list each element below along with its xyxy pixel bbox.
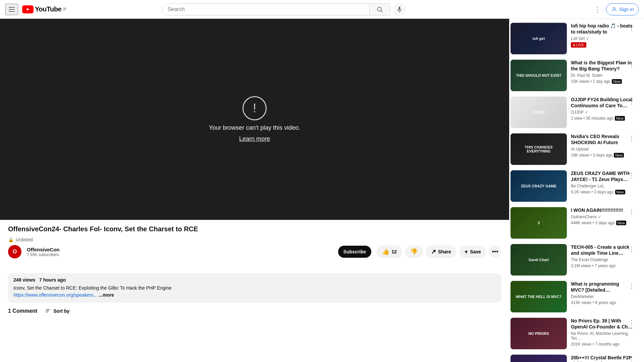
channel-avatar: O bbox=[8, 245, 21, 258]
action-buttons: 👍 12 👎 ↗ Share + Save ••• bbox=[377, 245, 501, 258]
sidebar-video-bigbang[interactable]: THIS SHOULD NOT EXIST What is the Bigges… bbox=[509, 58, 636, 93]
sidebar-channel-name-nvidia: AI Upload bbox=[571, 147, 633, 152]
sidebar-video-info-crystal: 20b++!!! Crystal Beetle F2P viable teams… bbox=[570, 355, 635, 362]
error-message: Your browser can't play this video. bbox=[209, 124, 300, 131]
sidebar-videos: lofi girl lofi hip hop radio 🎵 - beats t… bbox=[509, 19, 644, 362]
comments-section: 1 Comment Sort by bbox=[0, 308, 509, 327]
mic-icon bbox=[396, 6, 403, 13]
learn-more-link[interactable]: Learn more bbox=[239, 135, 270, 142]
channel-info: OffensiveCon 7.55K subscribers bbox=[27, 247, 333, 257]
search-bar bbox=[162, 3, 390, 15]
sidebar-video-ojjdp[interactable]: OJJDP OJJDP FY24 Building Local Continuu… bbox=[509, 95, 636, 129]
mic-button[interactable] bbox=[393, 3, 406, 16]
sidebar-more-button-nvidia[interactable]: ⋮ bbox=[627, 133, 636, 143]
sidebar-video-title-nvidia: Nvidia's CEO Reveals SHOCKING AI Future bbox=[571, 133, 633, 145]
description-text: Iconv, Set the Charset to RCE: Exploitin… bbox=[13, 285, 496, 299]
sidebar-video-chess[interactable]: 3 I WON AGAIN!!!!!!!!!!!!!! GothamChess … bbox=[509, 206, 636, 240]
sidebar-thumb-zeus: ZEUS CRAZY GAME bbox=[511, 170, 567, 202]
header-right: ⋮ Sign in bbox=[591, 3, 639, 16]
youtube-logo-icon bbox=[22, 5, 34, 13]
sidebar-more-button-bigbang[interactable]: ⋮ bbox=[627, 60, 636, 70]
sidebar-video-mvc[interactable]: WHAT THE HELL IS MVC? What is programmin… bbox=[509, 280, 636, 314]
sidebar-meta-excel: 3.1M views • 7 years ago bbox=[571, 263, 616, 268]
sidebar-more-button-chess[interactable]: ⋮ bbox=[627, 207, 636, 217]
thumbs-down-icon: 👎 bbox=[410, 248, 418, 255]
sidebar-more-button-crystal[interactable]: ⋮ bbox=[627, 355, 636, 362]
more-actions-button[interactable]: ••• bbox=[489, 246, 501, 258]
new-badge-ojjdp: New bbox=[615, 116, 625, 121]
sidebar-video-info-chess: I WON AGAIN!!!!!!!!!!!!!! GothamChess ✓ … bbox=[570, 207, 635, 239]
sidebar-channel-name-excel: The Excel Challenge bbox=[571, 257, 633, 262]
video-title: OffensiveCon24- Charles Fol- Iconv, Set … bbox=[8, 225, 501, 233]
dislike-button[interactable]: 👎 bbox=[405, 245, 423, 258]
sidebar-channel-name-zeus: Be Challenger LoL bbox=[571, 184, 633, 188]
sidebar-more-button-zeus[interactable]: ⋮ bbox=[627, 170, 636, 180]
sidebar-video-title-chess: I WON AGAIN!!!!!!!!!!!!!! bbox=[571, 207, 633, 213]
sidebar-video-title-nopriors: No Priors Ep. 39 | With OpenAI Co-Founde… bbox=[571, 318, 633, 330]
svg-point-6 bbox=[613, 7, 615, 9]
sidebar-video-title-bigbang: What is the Biggest Flaw in the Big Bang… bbox=[571, 60, 633, 72]
sidebar-more-button-ojjdp[interactable]: ⋮ bbox=[627, 97, 636, 107]
comments-header: 1 Comment Sort by bbox=[8, 308, 501, 314]
sidebar-video-info-bigbang: What is the Biggest Flaw in the Big Bang… bbox=[570, 60, 635, 91]
header: YouTube JP ⋮ bbox=[0, 0, 644, 19]
sidebar-video-zeus[interactable]: ZEUS CRAZY GAME ZEUS CRAZY GAME WITH JAY… bbox=[509, 169, 636, 203]
video-error-state: ! Your browser can't play this video. Le… bbox=[209, 96, 300, 142]
verified-icon-chess: ✓ bbox=[598, 215, 601, 219]
description-more[interactable]: ...more bbox=[99, 292, 114, 298]
sidebar-video-excel[interactable]: Gantt Chart TECH-005 - Create a quick an… bbox=[509, 243, 636, 277]
share-icon: ↗ bbox=[431, 248, 436, 255]
share-button[interactable]: ↗ Share bbox=[426, 245, 457, 258]
sidebar-more-button-nopriors[interactable]: ⋮ bbox=[627, 318, 636, 328]
sidebar-thumb-lofi: lofi girl bbox=[511, 23, 567, 54]
more-options-button[interactable]: ⋮ bbox=[591, 3, 603, 16]
video-info: OffensiveCon24- Charles Fol- Iconv, Set … bbox=[0, 220, 509, 268]
sidebar-video-info-mvc: What is programming MVC? [Detailed Expla… bbox=[570, 281, 635, 312]
sidebar-more-button-mvc[interactable]: ⋮ bbox=[627, 281, 636, 291]
video-description[interactable]: 249 views 7 hours ago Iconv, Set the Cha… bbox=[8, 273, 501, 303]
svg-rect-4 bbox=[398, 6, 400, 10]
like-button[interactable]: 👍 12 bbox=[377, 245, 402, 258]
sidebar-video-crystal[interactable]: Crystal Beetle 20b++!!! Crystal Beetle F… bbox=[509, 353, 636, 362]
sidebar-video-title-lofi: lofi hip hop radio 🎵 - beats to relax/st… bbox=[571, 23, 633, 35]
sidebar-thumb-nopriors: NO PRIORS bbox=[511, 318, 567, 349]
search-input[interactable] bbox=[162, 4, 369, 15]
sidebar-meta-mvc: 413K views • 8 years ago bbox=[571, 300, 616, 305]
sidebar-more-button-lofi[interactable]: ⋮ bbox=[627, 23, 636, 33]
description-link[interactable]: https://www.offensivecon.org/speakers... bbox=[13, 292, 97, 298]
channel-row: O OffensiveCon 7.55K subscribers Subscri… bbox=[8, 245, 501, 258]
sort-button[interactable]: Sort by bbox=[45, 308, 69, 314]
channel-subscribers: 7.55K subscribers bbox=[27, 252, 333, 257]
svg-line-3 bbox=[381, 10, 383, 12]
new-badge-nvidia: New bbox=[614, 153, 624, 158]
sidebar-video-info-zeus: ZEUS CRAZY GAME WITH JAYCE! - T1 Zeus Pl… bbox=[570, 170, 635, 202]
sidebar-thumb-bigbang: THIS SHOULD NOT EXIST bbox=[511, 60, 567, 91]
sidebar-video-nopriors[interactable]: NO PRIORS No Priors Ep. 39 | With OpenAI… bbox=[509, 316, 636, 351]
channel-name[interactable]: OffensiveCon bbox=[27, 247, 333, 252]
sidebar-video-nvidia[interactable]: THIS CHANGES EVERYTHING Nvidia's CEO Rev… bbox=[509, 132, 636, 166]
sidebar-video-info-lofi: lofi hip hop radio 🎵 - beats to relax/st… bbox=[570, 23, 635, 54]
sidebar-channel-name-chess: GothamChess ✓ bbox=[571, 215, 633, 219]
sidebar-video-title-zeus: ZEUS CRAZY GAME WITH JAYCE! - T1 Zeus Pl… bbox=[571, 170, 633, 182]
live-badge-lofi: ● LIVE bbox=[571, 42, 586, 48]
video-stats: 249 views 7 hours ago bbox=[13, 277, 496, 283]
sidebar-thumb-nvidia: THIS CHANGES EVERYTHING bbox=[511, 133, 567, 165]
subscribe-button[interactable]: Subscribe bbox=[338, 246, 372, 258]
menu-button[interactable] bbox=[5, 4, 18, 15]
sidebar-meta-bigbang: 15K views • 1 day ago bbox=[571, 79, 610, 84]
verified-icon-ojjdp: ✓ bbox=[585, 110, 588, 115]
sidebar-more-button-excel[interactable]: ⋮ bbox=[627, 244, 636, 254]
verified-icon-lofi: ✓ bbox=[586, 36, 589, 41]
video-player[interactable]: ! Your browser can't play this video. Le… bbox=[0, 19, 509, 220]
sign-in-button[interactable]: Sign in bbox=[606, 3, 639, 15]
sidebar-video-lofi[interactable]: lofi girl lofi hip hop radio 🎵 - beats t… bbox=[509, 21, 636, 56]
sidebar-thumb-mvc: WHAT THE HELL IS MVC? bbox=[511, 281, 567, 312]
save-button[interactable]: + Save bbox=[459, 246, 486, 258]
new-badge-chess: New bbox=[616, 221, 626, 225]
sidebar-video-info-nvidia: Nvidia's CEO Reveals SHOCKING AI Future … bbox=[570, 133, 635, 165]
lock-icon: 🔒 bbox=[8, 237, 14, 242]
unlisted-row: 🔒 Unlisted bbox=[8, 237, 501, 242]
sidebar-video-title-ojjdp: OJJDP FY24 Building Local Continuums of … bbox=[571, 97, 633, 109]
logo[interactable]: YouTube JP bbox=[22, 5, 67, 13]
search-button[interactable] bbox=[369, 4, 390, 15]
